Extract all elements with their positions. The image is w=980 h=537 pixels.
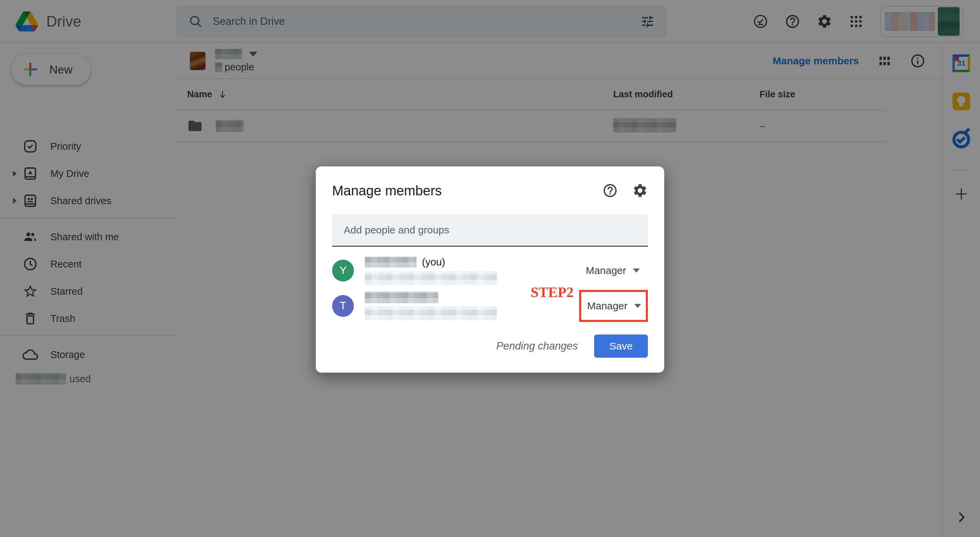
step2-annotation: STEP2 <box>531 284 574 301</box>
chevron-down-icon <box>634 304 641 308</box>
annotation-highlight-box: Manager <box>579 290 648 322</box>
dialog-settings-icon[interactable] <box>632 183 648 198</box>
member-email-redacted <box>365 271 497 285</box>
dialog-title: Manage members <box>332 183 602 198</box>
avatar: T <box>332 295 354 317</box>
google-drive-app: Drive <box>0 0 980 537</box>
add-people-field <box>332 214 648 247</box>
role-dropdown-member[interactable]: Manager <box>587 300 641 312</box>
you-suffix: (you) <box>422 256 445 268</box>
member-row-you: Y (you) Manager <box>332 253 648 288</box>
save-button[interactable]: Save <box>594 335 648 358</box>
pending-changes-text: Pending changes <box>496 340 578 352</box>
dialog-help-icon[interactable] <box>602 183 618 198</box>
chevron-down-icon <box>633 269 640 272</box>
member-email-redacted <box>365 307 497 320</box>
member-name-redacted <box>365 292 438 303</box>
member-name-redacted <box>365 257 417 268</box>
member-row-other: T STEP2 Manager <box>332 289 648 323</box>
role-dropdown-you[interactable]: Manager <box>586 265 640 276</box>
manage-members-dialog: Manage members Y (you) Manager <box>316 166 664 373</box>
add-people-input[interactable] <box>332 224 648 236</box>
avatar: Y <box>332 260 354 281</box>
